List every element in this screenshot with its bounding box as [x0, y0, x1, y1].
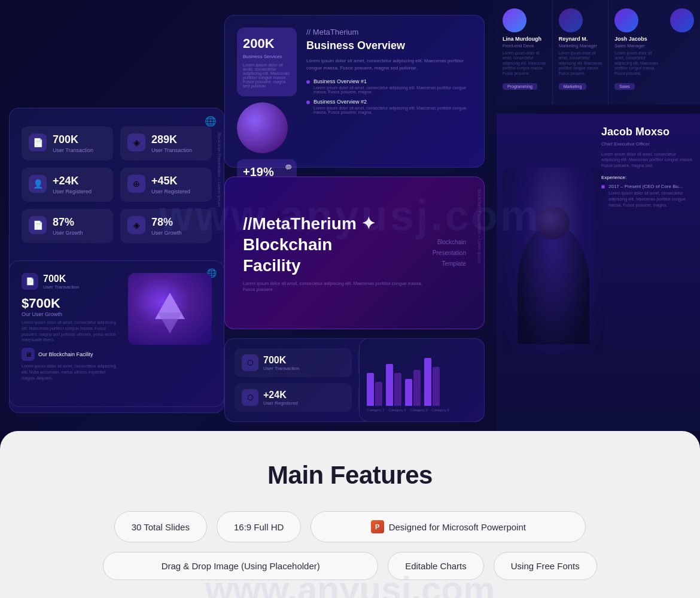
chart-label-2: Category 2 [388, 408, 406, 412]
stat-card-1: 📄 700K User Transaction [22, 126, 113, 160]
stat-row-data-1: 700K User Transaction [263, 355, 299, 371]
feature-pill-ppt: P Designed for Microsoft Powerpoint [311, 511, 586, 542]
bo-item-1-content: Business Overview #1 Lorem ipsum dolor s… [314, 78, 472, 94]
ceo-info: Jacob Moxso Chief Executive Officer Lore… [601, 126, 694, 211]
team-badge-2: Marketing [559, 83, 587, 90]
ppt-icon: P [371, 520, 384, 533]
stat-row-lbl-3: User Registered [263, 400, 298, 406]
stat-value-5: 87% [53, 216, 83, 229]
stat-row-icon-1: ⬡ [242, 354, 258, 371]
stat-icon-5: 📄 [29, 216, 47, 234]
features-title: Main Features [24, 461, 676, 490]
growth-desc: Lorem ipsum dolor sit amet, consectetur … [22, 320, 120, 343]
business-overview-panel: 200K Business Services Lorem ipsum dolor… [224, 15, 485, 168]
team-desc-2: Lorem ipsum dolor sit amet, consectetur … [559, 51, 602, 76]
hero-line3: Facility [243, 255, 427, 276]
facility-label: Our Blockchain Facility [38, 351, 93, 357]
ppt-label: Designed for Microsoft Powerpoint [389, 522, 526, 532]
ceo-panel: Jacob Moxso Chief Executive Officer Lore… [497, 114, 700, 431]
stat-row-icon-3: ⬡ [242, 389, 258, 406]
feature-pill-fonts: Using Free Fonts [494, 552, 597, 580]
growth-value: $700K [22, 296, 120, 311]
team-badge-3: Sales [614, 83, 635, 90]
hero-sub-3: Template [433, 259, 466, 269]
bo-item-1-title: Business Overview #1 [314, 78, 472, 84]
growth-label: Our User Growth [22, 311, 120, 317]
bo-title-prefix: // MetaTherium [306, 28, 472, 37]
ceo-figure-inner [503, 168, 604, 353]
exp-period: 2017 – Present (CEO of Core Bu... [608, 184, 694, 189]
stat-value-2: 289K [151, 133, 192, 146]
ceo-silhouette [518, 224, 589, 344]
stat-row-3: ⬡ +24K User Registered [235, 383, 352, 412]
bo-heading: Business Overview [306, 39, 472, 53]
stats-panel-center-left: 🌐 📄 700K User Transaction $700K Our User… [9, 260, 224, 407]
chart-label-4: Category 4 [431, 408, 449, 412]
stat-label-1: User Transaction [53, 147, 93, 153]
stats-grid: 📄 700K User Transaction ◈ 289K User Tran… [22, 126, 212, 243]
stat-value-1: 700K [53, 133, 93, 146]
features-section: Main Features 30 Total Slides 16:9 Full … [0, 431, 700, 598]
stat-label-4: User Registered [151, 189, 190, 195]
mini-stat-1: 📄 700K User Transaction [22, 273, 120, 290]
metric-card-200k: 200K Business Services Lorem ipsum dolor… [237, 28, 297, 96]
stat-row-lbl-1: User Transaction [263, 366, 299, 371]
hero-sub-2: Presentation [433, 248, 466, 259]
drag-label: Drag & Drop Image (Using Placeholder) [162, 561, 320, 571]
metric-sphere [237, 102, 288, 153]
metric-num: 200K [243, 36, 291, 51]
bar-3b [413, 370, 421, 406]
bo-content: // MetaTherium Business Overview Lorem i… [306, 28, 472, 155]
fonts-label: Using Free Fonts [511, 561, 580, 571]
eth-shape [155, 296, 185, 322]
facility-info: 🖥 Our Blockchain Facility Lorem ipsum do… [22, 348, 120, 381]
mini-stat-icon-1: 📄 [22, 273, 38, 290]
team-role-3: Sales Manager [614, 43, 658, 48]
chart-bars [367, 352, 477, 406]
growth-stat: $700K Our User Growth Lorem ipsum dolor … [22, 296, 120, 343]
team-name-2: Reynard M. [559, 36, 602, 42]
team-badge-1: Programming [503, 83, 537, 90]
bar-4b [433, 367, 440, 406]
vertical-label-hero: Blockchain Presentation – Lorem Ipsum [477, 189, 482, 263]
team-role-1: Front-end Deva [503, 43, 546, 48]
center-left-content: 📄 700K User Transaction $700K Our User G… [22, 273, 212, 394]
bo-description: Lorem ipsum dolor sit amet, consectetur … [306, 57, 472, 71]
stat-label-6: User Growth [151, 230, 182, 236]
stat-card-5: 📄 87% User Growth [22, 209, 113, 243]
avatar-2 [559, 8, 583, 32]
mini-stat-val-1: 700K [43, 274, 79, 284]
stat-card-2: ◈ 289K User Transaction [120, 126, 212, 160]
stat-row-val-1: 700K [263, 355, 299, 366]
bar-1a [367, 373, 374, 406]
slides-label: 30 Total Slides [132, 522, 190, 532]
stat-row-data-3: +24K User Registered [263, 390, 298, 406]
hero-line1: //MetaTherium ✦ [243, 213, 427, 234]
chart-group-1 [367, 373, 382, 406]
bar-2a [386, 364, 393, 406]
features-row-2: Drag & Drop Image (Using Placeholder) Ed… [24, 552, 676, 580]
facility-icon-row: 🖥 Our Blockchain Facility [22, 348, 120, 361]
left-stats: 📄 700K User Transaction $700K Our User G… [22, 273, 120, 394]
chart-group-2 [386, 364, 401, 406]
bo-dot-2 [306, 101, 310, 104]
hd-label: 16:9 Full HD [234, 522, 284, 532]
bo-dot-1 [306, 80, 310, 84]
team-panel: Lina Murdough Front-end Deva Lorem ipsum… [497, 0, 700, 105]
ceo-title: Chief Executive Officer [601, 141, 694, 147]
chart-label-1: Category 1 [367, 408, 385, 412]
team-name-1: Lina Murdough [503, 36, 546, 42]
ceo-head [537, 207, 570, 239]
chat-icon: 💬 [285, 164, 292, 171]
metric-lbl: Business Services [243, 54, 291, 59]
eth-graphic [128, 273, 212, 345]
chart-group-3 [405, 370, 421, 406]
ceo-figure [503, 168, 604, 353]
mini-stat-lbl-1: User Transaction [43, 284, 79, 290]
team-members-row: Lina Murdough Front-end Deva Lorem ipsum… [497, 0, 700, 105]
stat-label-5: User Growth [53, 230, 83, 236]
hero-subtitle: Blockchain Presentation Template [427, 237, 466, 269]
team-desc-3: Lorem ipsum dolor sit amet, consectetur … [614, 51, 658, 76]
hero-title: //MetaTherium ✦ Blockchain Facility [243, 213, 427, 276]
bar-2b [394, 373, 401, 406]
